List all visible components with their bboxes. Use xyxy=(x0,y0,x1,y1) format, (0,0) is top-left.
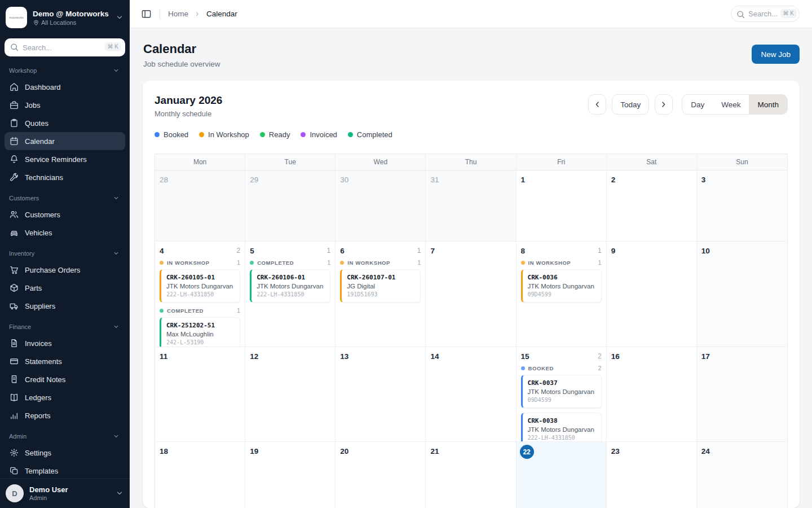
sidebar-item-invoices[interactable]: Invoices xyxy=(5,334,125,352)
event-card[interactable]: CRK-260106-01JTK Motors Dungarvan222-LH-… xyxy=(250,269,330,303)
view-option-day[interactable]: Day xyxy=(682,95,713,114)
sidebar-item-label: Ledgers xyxy=(25,393,51,402)
sidebar-item-label: Statements xyxy=(25,357,62,366)
sidebar-item-customers[interactable]: Customers xyxy=(5,205,125,224)
sidebar-item-suppliers[interactable]: Suppliers xyxy=(5,297,125,315)
sidebar-item-service-reminders[interactable]: Service Reminders xyxy=(5,150,125,168)
main-area: Home Calendar ⌘ K Calendar Job schedule … xyxy=(130,0,812,508)
today-button[interactable]: Today xyxy=(612,94,649,115)
sidebar-item-label: Jobs xyxy=(25,101,40,110)
calendar-day-cell[interactable]: 19 xyxy=(245,442,336,508)
view-option-month[interactable]: Month xyxy=(749,95,787,114)
event-card[interactable]: CRK-0037JTK Motors Dungarvan09D4599 xyxy=(521,375,602,408)
sidebar-section-header[interactable]: Inventory xyxy=(5,242,125,261)
user-menu[interactable]: D Demo User Admin xyxy=(0,478,130,508)
event-card[interactable]: CRK-0038JTK Motors Dungarvan222-LH-43318… xyxy=(521,413,602,441)
calendar-day-cell[interactable]: 28 xyxy=(155,170,245,241)
day-number: 15 xyxy=(521,351,529,361)
legend-dot xyxy=(199,132,204,137)
day-cell-header: 20 xyxy=(340,446,421,457)
sidebar-item-vehicles[interactable]: Vehicles xyxy=(5,224,125,242)
calendar-day-cell[interactable]: 20 xyxy=(336,442,426,508)
event-group-label: COMPLETED xyxy=(167,308,204,314)
sidebar-item-reports[interactable]: Reports xyxy=(5,406,125,424)
sidebar-section-header[interactable]: Customers xyxy=(5,186,125,205)
sidebar-item-quotes[interactable]: Quotes xyxy=(5,114,125,132)
sidebar-item-label: Purchase Orders xyxy=(25,266,80,274)
view-option-week[interactable]: Week xyxy=(713,95,749,114)
day-cell-header: 31 xyxy=(430,174,511,186)
day-number: 28 xyxy=(160,174,168,184)
sidebar-item-statements[interactable]: Statements xyxy=(5,352,125,370)
day-cell-header: 61 xyxy=(340,246,421,257)
users-icon xyxy=(9,209,19,220)
calendar-day-cell[interactable]: 1 xyxy=(517,170,607,241)
calendar-day-cell[interactable]: 16 xyxy=(607,347,697,441)
calendar-day-cell[interactable]: 31 xyxy=(426,170,516,241)
event-card[interactable]: CRK-260107-01JG Digital191D51693 xyxy=(340,269,421,303)
month-title: January 2026 xyxy=(155,94,222,107)
chevron-down-icon xyxy=(113,250,120,257)
calendar-day-cell[interactable]: 51COMPLETED1CRK-260106-01JTK Motors Dung… xyxy=(245,242,336,347)
calendar-day-cell[interactable]: 3 xyxy=(697,170,787,241)
day-number: 17 xyxy=(701,351,710,361)
sidebar-item-technicians[interactable]: Technicians xyxy=(5,168,125,186)
calendar-day-cell[interactable]: 30 xyxy=(336,170,426,241)
topbar: Home Calendar ⌘ K xyxy=(130,0,812,28)
calendar-day-cell[interactable]: 22 xyxy=(517,442,607,508)
calendar-day-cell[interactable]: 10 xyxy=(697,242,787,347)
next-month-button[interactable] xyxy=(655,94,673,115)
event-card[interactable]: CRK-0036JTK Motors Dungarvan09D4599 xyxy=(521,269,602,303)
sidebar-item-purchase-orders[interactable]: Purchase Orders xyxy=(5,261,125,279)
calendar-day-cell[interactable]: 23 xyxy=(607,442,697,508)
calendar-day-cell[interactable]: 61IN WORKSHOP1CRK-260107-01JG Digital191… xyxy=(336,242,426,347)
sidebar-item-calendar[interactable]: Calendar xyxy=(5,132,125,150)
day-cell-header: 24 xyxy=(701,446,783,457)
day-event-count: 1 xyxy=(327,246,331,255)
sidebar-item-templates[interactable]: Templates xyxy=(5,462,125,478)
calendar-day-cell[interactable]: 24 xyxy=(697,442,787,508)
sidebar-item-credit-notes[interactable]: Credit Notes xyxy=(5,370,125,388)
sidebar-toggle-button[interactable] xyxy=(139,6,154,21)
sidebar-section-header[interactable]: Workshop xyxy=(5,59,125,78)
sidebar-item-settings[interactable]: Settings xyxy=(5,444,125,462)
status-dot xyxy=(250,261,254,265)
event-card[interactable]: CRK-260105-01JTK Motors Dungarvan222-LH-… xyxy=(160,269,240,303)
day-number: 10 xyxy=(701,246,710,255)
day-event-count: 2 xyxy=(236,246,240,255)
sidebar-item-jobs[interactable]: Jobs xyxy=(5,96,125,114)
chevron-down-icon xyxy=(113,323,120,331)
calendar-day-cell[interactable]: 29 xyxy=(245,170,336,241)
calendar-day-cell[interactable]: 9 xyxy=(607,242,697,347)
calendar-day-cell[interactable]: 42IN WORKSHOP1CRK-260105-01JTK Motors Du… xyxy=(155,242,245,347)
sidebar-item-dashboard[interactable]: Dashboard xyxy=(5,78,125,96)
sidebar-item-label: Templates xyxy=(25,467,58,475)
new-job-button[interactable]: New Job xyxy=(752,45,800,64)
prev-month-button[interactable] xyxy=(588,94,606,115)
org-switcher[interactable]: motorworks Demo @ Motorworks All Locatio… xyxy=(0,0,130,34)
day-number: 2 xyxy=(611,174,616,184)
event-card[interactable]: CRK-251202-51Max McLoughlin242-L-53190 xyxy=(160,317,240,347)
status-dot xyxy=(340,261,344,265)
calendar-day-cell[interactable]: 81IN WORKSHOP1CRK-0036JTK Motors Dungarv… xyxy=(517,242,607,347)
calendar-day-cell[interactable]: 18 xyxy=(155,442,245,508)
sidebar-item-parts[interactable]: Parts xyxy=(5,279,125,297)
calendar-day-cell[interactable]: 2 xyxy=(607,170,697,241)
calendar-day-cell[interactable]: 13 xyxy=(336,347,426,441)
calendar-day-cell[interactable]: 12 xyxy=(245,347,336,441)
calendar-day-cell[interactable]: 17 xyxy=(697,347,787,441)
calendar-day-cell[interactable]: 152BOOKED2CRK-0037JTK Motors Dungarvan09… xyxy=(517,347,607,441)
sidebar: motorworks Demo @ Motorworks All Locatio… xyxy=(0,0,130,508)
event-group-header: BOOKED2 xyxy=(521,365,602,371)
calendar-day-cell[interactable]: 14 xyxy=(426,347,516,441)
day-cell-header: 13 xyxy=(340,351,421,362)
calendar-day-cell[interactable]: 7 xyxy=(426,242,516,347)
sidebar-item-ledgers[interactable]: Ledgers xyxy=(5,388,125,406)
sidebar-section-header[interactable]: Finance xyxy=(5,315,125,334)
calendar-day-cell[interactable]: 11 xyxy=(155,347,245,441)
calendar-day-cell[interactable]: 21 xyxy=(426,442,516,508)
breadcrumb-home[interactable]: Home xyxy=(168,10,188,18)
page-title: Calendar xyxy=(143,42,220,56)
sidebar-item-label: Vehicles xyxy=(25,229,52,237)
sidebar-section-header[interactable]: Admin xyxy=(5,424,125,444)
